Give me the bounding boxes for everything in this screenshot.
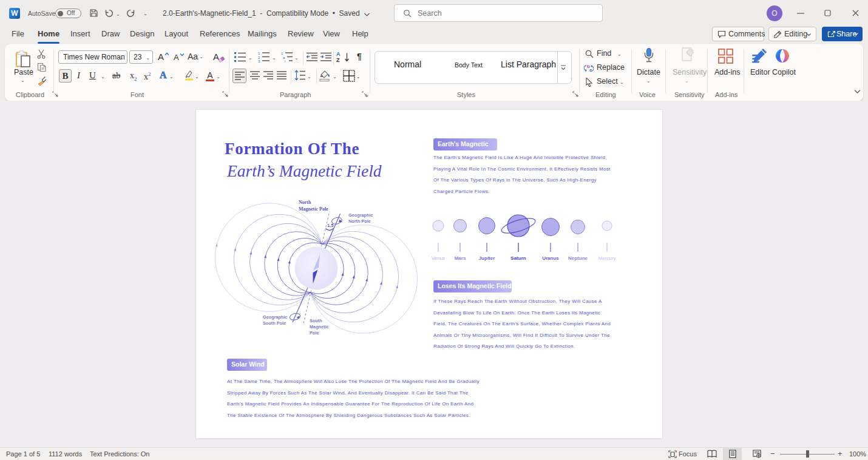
svg-text:Mars: Mars — [455, 255, 466, 261]
svg-text:2: 2 — [258, 56, 260, 59]
svg-text:North Pole: North Pole — [348, 218, 371, 224]
svg-text:Mercury: Mercury — [598, 255, 616, 261]
svg-text:Venus: Venus — [432, 255, 445, 261]
svg-text:Jupiter: Jupiter — [479, 255, 495, 261]
svg-text:3: 3 — [258, 59, 260, 63]
svg-text:Geographic: Geographic — [263, 314, 288, 320]
svg-text:Uranus: Uranus — [542, 255, 559, 261]
svg-text:South: South — [310, 318, 322, 323]
svg-text:Saturn: Saturn — [510, 255, 526, 261]
svg-text:Neptune: Neptune — [568, 255, 588, 261]
svg-text:c: c — [589, 67, 592, 73]
svg-text:South Pole: South Pole — [263, 320, 286, 326]
svg-text:1: 1 — [281, 52, 283, 55]
svg-text:a: a — [283, 56, 285, 59]
svg-text:i: i — [285, 59, 285, 63]
svg-text:North: North — [299, 200, 311, 205]
svg-text:Pole: Pole — [310, 330, 319, 336]
svg-text:1: 1 — [258, 52, 260, 55]
svg-text:Magnetic Pole: Magnetic Pole — [299, 206, 328, 212]
svg-text:1.5: 1.5 — [327, 223, 333, 228]
svg-text:Geographic: Geographic — [348, 212, 373, 218]
svg-text:Magnetic: Magnetic — [310, 324, 329, 330]
